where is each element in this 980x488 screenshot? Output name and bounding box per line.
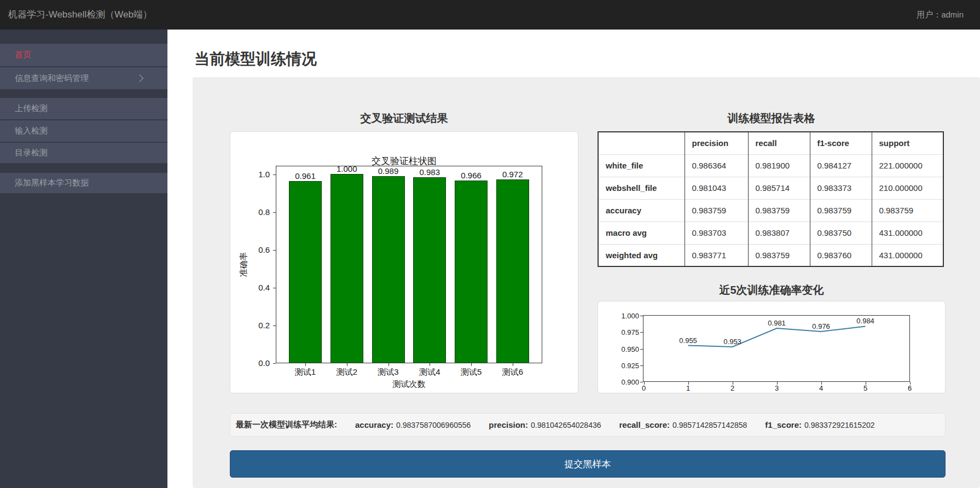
sidebar-item-5[interactable]: 目录检测 <box>0 143 167 163</box>
bar <box>289 181 322 363</box>
topbar-user: 用户：admin <box>917 0 964 30</box>
line-point-label: 0.984 <box>849 317 882 325</box>
table-row-label: macro avg <box>598 222 685 244</box>
bar-xtick-mark <box>305 363 306 366</box>
table-cell: 0.983703 <box>685 222 748 244</box>
sidebar-item-label: 添加黑样本学习数据 <box>15 178 89 188</box>
bar-xtick-label: 测试4 <box>408 367 451 377</box>
bar <box>413 177 446 363</box>
summary-strip: 最新一次模型训练平均结果:accuracy:0.9837587006960556… <box>230 413 946 437</box>
sidebar-item-2[interactable]: 信息查询和密码管理 <box>0 67 167 89</box>
table-row-label: webshell_file <box>598 177 685 199</box>
chevron-right-icon <box>136 74 143 82</box>
table-cell: 0.983759 <box>748 244 810 266</box>
line-xtick-mark <box>644 382 645 385</box>
table-header-f1-score: f1-score <box>810 132 872 154</box>
table-corner-cell <box>598 132 685 154</box>
sidebar-item-label: 目录检测 <box>15 148 48 158</box>
line-xtick-mark <box>688 382 689 385</box>
line-ytick-mark <box>640 332 643 333</box>
table-header-precision: precision <box>685 132 748 154</box>
bar-ytick-mark <box>273 288 276 288</box>
table-cell: 431.000000 <box>872 222 943 244</box>
table-cell: 0.986364 <box>685 154 748 177</box>
table-cell: 0.983373 <box>810 177 872 199</box>
bar-ytick-mark <box>273 175 276 175</box>
bar-xtick-label: 测试2 <box>325 367 369 377</box>
bar <box>330 174 363 363</box>
bar <box>455 181 488 363</box>
line-point-label: 0.981 <box>761 319 793 327</box>
bar-value-label: 0.972 <box>491 170 535 179</box>
table-row-label: weighted avg <box>598 244 685 266</box>
line-point-label: 0.976 <box>805 322 838 330</box>
line-ytick-label: 0.925 <box>611 362 639 370</box>
table-cell: 0.983750 <box>810 222 872 244</box>
line-chart-plot: 0.9550.9530.9810.9760.9841.0000.9750.950… <box>643 315 910 382</box>
bar-xtick-mark <box>471 363 472 366</box>
table-cell: 0.983759 <box>810 199 872 222</box>
sidebar-item-4[interactable]: 输入检测 <box>0 120 167 142</box>
table-cell: 0.983759 <box>748 199 810 222</box>
app-title: 机器学习-Webshell检测（Web端） <box>8 0 152 30</box>
line-ytick-mark <box>640 349 643 350</box>
line-xtick-mark <box>910 382 911 385</box>
sidebar-item-label: 首页 <box>15 50 31 60</box>
table-header-recall: recall <box>748 132 810 154</box>
submit-black-sample-button[interactable]: 提交黑样本 <box>230 450 946 478</box>
bar-ytick-mark <box>273 363 276 364</box>
sidebar-item-1[interactable]: 首页 <box>0 44 167 66</box>
bar-chart-card: 交叉验证柱状图 0.961测试11.000测试20.989测试30.983测试4… <box>230 131 578 393</box>
bar-xtick-mark <box>347 363 347 366</box>
table-cell: 0.983759 <box>872 199 943 222</box>
sidebar-item-label: 输入检测 <box>15 126 48 136</box>
bar-ytick-mark <box>273 326 276 326</box>
table-cell: 0.983759 <box>685 199 748 222</box>
bar-xtick-label: 测试1 <box>283 367 327 377</box>
sidebar-item-label: 信息查询和密码管理 <box>15 73 89 84</box>
table-row: accuracy0.9837590.9837590.9837590.983759 <box>598 199 943 222</box>
table-cell: 0.985714 <box>748 177 810 199</box>
line-point-label: 0.955 <box>672 336 705 345</box>
table-cell: 210.000000 <box>872 177 943 199</box>
line-ytick-mark <box>640 365 643 366</box>
bar-xtick-label: 测试5 <box>449 367 493 377</box>
bar-ytick-mark <box>273 250 276 251</box>
table-cell: 0.983807 <box>748 222 810 244</box>
bar <box>372 176 405 363</box>
sidebar: 首页信息查询和密码管理上传检测输入检测目录检测添加黑样本学习数据 <box>0 30 167 488</box>
line-xtick-mark <box>866 382 866 385</box>
line-xtick-mark <box>777 382 778 385</box>
page-title: 当前模型训练情况 <box>194 49 317 69</box>
line-xtick-label: 5 <box>857 384 874 392</box>
bar-value-label: 0.961 <box>283 171 327 181</box>
summary-metric-recall_score: recall_score:0.9857142857142858 <box>619 420 747 429</box>
table-row: weighted avg0.9837710.9837590.983760431.… <box>598 244 943 266</box>
table-cell: 0.984127 <box>810 154 872 177</box>
summary-metric-f1_score: f1_score:0.983372921615202 <box>765 420 874 429</box>
table-cell: 0.983771 <box>685 244 748 266</box>
line-point-label: 0.953 <box>716 338 749 346</box>
line-ytick-label: 0.900 <box>611 378 639 386</box>
bar-xtick-label: 测试6 <box>491 367 535 377</box>
bar-chart-plot: 0.961测试11.000测试20.989测试30.983测试40.966测试5… <box>276 166 542 363</box>
summary-prefix: 最新一次模型训练平均结果: <box>236 420 337 430</box>
sidebar-item-3[interactable]: 上传检测 <box>0 98 167 119</box>
bar-value-label: 1.000 <box>325 164 369 173</box>
line-xtick-label: 6 <box>902 384 918 392</box>
table-section-title: 训练模型报告表格 <box>598 111 945 126</box>
table-row: macro avg0.9837030.9838070.983750431.000… <box>598 222 943 244</box>
bar-value-label: 0.983 <box>408 167 451 177</box>
line-chart-section-title: 近5次训练准确率变化 <box>598 283 946 298</box>
bar-ytick-mark <box>273 212 276 213</box>
table-cell: 0.983760 <box>810 244 872 266</box>
bar <box>496 179 529 363</box>
line-chart-card: 0.9550.9530.9810.9760.9841.0000.9750.950… <box>598 301 946 393</box>
line-xtick-label: 0 <box>636 384 652 392</box>
table-cell: 221.000000 <box>872 154 943 177</box>
table-header-support: support <box>872 132 943 154</box>
table-row: webshell_file0.9810430.9857140.983373210… <box>598 177 943 199</box>
line-xtick-label: 4 <box>813 384 830 392</box>
sidebar-item-6[interactable]: 添加黑样本学习数据 <box>0 173 167 193</box>
line-xtick-label: 2 <box>724 384 741 392</box>
